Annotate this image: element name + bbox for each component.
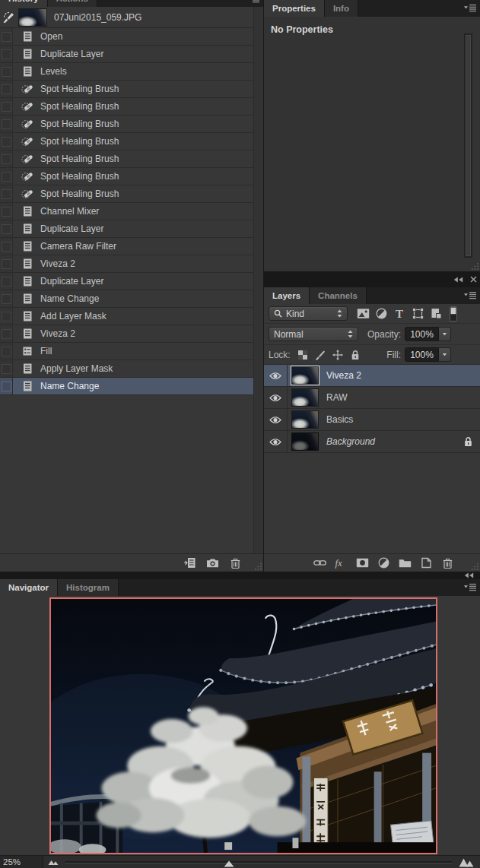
history-source-well[interactable]: [0, 81, 13, 97]
history-source-well[interactable]: [0, 325, 13, 342]
resize-grip[interactable]: [471, 262, 479, 271]
history-scrollbar[interactable]: [253, 7, 263, 553]
history-step[interactable]: Viveza 2: [0, 325, 253, 343]
lock-all-icon[interactable]: [350, 350, 361, 360]
zoom-out-icon[interactable]: [48, 858, 59, 866]
navigator-preview[interactable]: [49, 597, 437, 854]
type-layer-filter-icon[interactable]: T: [393, 308, 406, 319]
tab-histogram[interactable]: Histogram: [58, 579, 119, 596]
history-step[interactable]: Spot Healing Brush: [0, 185, 253, 203]
history-step[interactable]: Spot Healing Brush: [0, 116, 253, 133]
snapshot-thumbnail[interactable]: [18, 8, 47, 27]
layer-thumbnail[interactable]: [291, 410, 319, 429]
layer-row[interactable]: Basics: [264, 409, 480, 431]
layer-visibility-toggle[interactable]: [264, 409, 288, 430]
delete-state-icon[interactable]: [229, 557, 242, 569]
history-step[interactable]: Add Layer Mask: [0, 308, 253, 325]
history-source-well[interactable]: [0, 98, 13, 115]
history-source-well[interactable]: [0, 150, 13, 167]
layer-visibility-toggle[interactable]: [264, 387, 288, 408]
tab-info[interactable]: Info: [325, 0, 358, 17]
history-snapshot-row[interactable]: 07Juni2015_059.JPG: [0, 7, 253, 28]
layer-name[interactable]: RAW: [326, 392, 348, 403]
history-step[interactable]: Spot Healing Brush: [0, 98, 253, 116]
layer-name[interactable]: Basics: [326, 414, 353, 425]
history-source-well[interactable]: [0, 46, 13, 62]
history-step[interactable]: Name Change: [0, 378, 253, 395]
history-step[interactable]: Camera Raw Filter: [0, 238, 253, 255]
history-source-well[interactable]: [0, 343, 13, 360]
layer-thumbnail[interactable]: [291, 388, 319, 407]
new-layer-icon[interactable]: [420, 557, 433, 569]
history-source-well[interactable]: [0, 168, 13, 185]
blend-mode-dropdown[interactable]: Normal: [269, 327, 358, 341]
layer-thumbnail[interactable]: [291, 432, 319, 451]
adjustment-layer-filter-icon[interactable]: [375, 308, 388, 319]
close-icon[interactable]: [470, 276, 477, 283]
zoom-slider-track[interactable]: [65, 861, 452, 863]
filter-toggle-switch[interactable]: [450, 306, 457, 322]
fill-value[interactable]: 100%: [405, 347, 439, 362]
history-source-well[interactable]: [0, 360, 13, 377]
zoom-percentage-field[interactable]: 25%: [0, 856, 43, 868]
delete-layer-icon[interactable]: [441, 557, 454, 569]
zoom-slider[interactable]: [64, 856, 453, 868]
new-group-icon[interactable]: [399, 557, 412, 569]
history-source-well[interactable]: [0, 133, 13, 150]
fill-dropdown-arrow[interactable]: [439, 347, 451, 362]
scrollbar-thumb[interactable]: [466, 35, 471, 256]
lock-paint-icon[interactable]: [315, 350, 326, 360]
tab-channels[interactable]: Channels: [310, 287, 367, 304]
layer-row[interactable]: Background: [264, 431, 480, 453]
collapse-to-icons-icon[interactable]: [464, 572, 474, 578]
tab-navigator[interactable]: Navigator: [0, 579, 58, 596]
history-step[interactable]: Name Change: [0, 290, 253, 308]
history-source-well[interactable]: [0, 63, 13, 80]
history-brush-source-icon[interactable]: [2, 11, 15, 24]
layer-visibility-toggle[interactable]: [264, 431, 288, 452]
history-step[interactable]: Open: [0, 28, 253, 46]
history-step[interactable]: Fill: [0, 343, 253, 360]
history-step[interactable]: Spot Healing Brush: [0, 81, 253, 98]
opacity-value[interactable]: 100%: [405, 327, 439, 341]
tab-actions[interactable]: Actions: [48, 0, 97, 7]
history-source-well[interactable]: [0, 290, 13, 307]
panel-menu-icon[interactable]: [463, 4, 477, 12]
layer-row[interactable]: Viveza 2: [264, 365, 480, 387]
zoom-slider-thumb[interactable]: [224, 860, 234, 867]
lock-transparency-icon[interactable]: [297, 350, 308, 360]
history-source-well[interactable]: [0, 238, 13, 255]
filter-kind-dropdown[interactable]: Kind: [269, 306, 348, 321]
layer-row[interactable]: RAW: [264, 387, 480, 409]
history-step[interactable]: Duplicate Layer: [0, 273, 253, 290]
history-step[interactable]: Spot Healing Brush: [0, 133, 253, 150]
layer-name[interactable]: Viveza 2: [326, 370, 361, 381]
history-step[interactable]: Viveza 2: [0, 255, 253, 273]
new-snapshot-icon[interactable]: [206, 557, 219, 569]
history-source-well[interactable]: [0, 255, 13, 272]
resize-grip[interactable]: [471, 562, 479, 571]
history-step[interactable]: Levels: [0, 63, 253, 81]
panel-menu-icon[interactable]: [246, 0, 260, 3]
new-adjustment-layer-icon[interactable]: [377, 557, 390, 569]
history-source-well[interactable]: [0, 308, 13, 325]
smart-object-filter-icon[interactable]: [430, 308, 443, 319]
zoom-in-icon[interactable]: [459, 857, 475, 867]
pixel-layer-filter-icon[interactable]: [357, 308, 370, 319]
new-document-from-state-icon[interactable]: [183, 557, 196, 569]
history-step[interactable]: Channel Mixer: [0, 203, 253, 220]
history-source-well[interactable]: [0, 273, 13, 290]
collapse-to-icons-icon[interactable]: [453, 277, 463, 283]
history-source-well[interactable]: [0, 220, 13, 237]
history-step[interactable]: Duplicate Layer: [0, 220, 253, 238]
history-source-well[interactable]: [0, 185, 13, 202]
link-layers-icon[interactable]: [313, 557, 326, 569]
tab-layers[interactable]: Layers: [264, 287, 310, 304]
panel-menu-icon[interactable]: [463, 291, 477, 299]
tab-history[interactable]: History: [0, 0, 48, 7]
add-layer-mask-icon[interactable]: [356, 557, 369, 569]
history-step[interactable]: Apply Layer Mask: [0, 360, 253, 378]
history-source-well[interactable]: [0, 378, 13, 394]
shape-layer-filter-icon[interactable]: [412, 308, 424, 319]
layer-name[interactable]: Background: [326, 436, 375, 447]
